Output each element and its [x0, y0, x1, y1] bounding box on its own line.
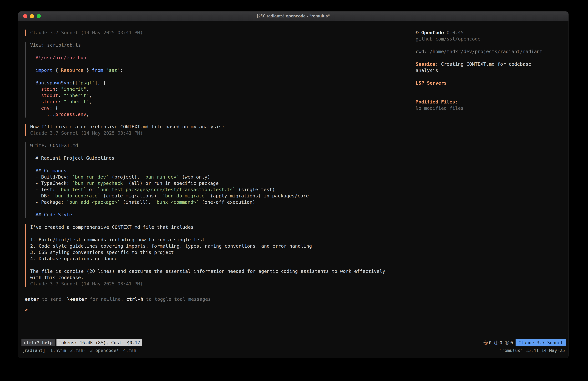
tmux-window-list: [radiant] 1:nvim 2:zsh- 3:opencode* 4:zs…	[22, 348, 136, 353]
lsp-servers-header: LSP Servers	[416, 80, 554, 86]
close-button[interactable]	[23, 14, 27, 18]
editor-divider	[25, 304, 565, 304]
message-text: I've created a comprehensive CONTEXT.md …	[30, 224, 411, 281]
input-hint: enter to send, \+enter for newline, ctrl…	[25, 296, 565, 302]
prompt-symbol: >	[25, 307, 28, 313]
message-block: Now I'll create a comprehensive CONTEXT.…	[25, 124, 411, 136]
titlebar[interactable]: [2/3] radiant:3:opencode - "romulus"	[18, 11, 568, 21]
tmux-window-item[interactable]: 3:opencode*	[90, 348, 119, 353]
tmux-window-item[interactable]: 2:zsh-	[70, 348, 86, 353]
editor-area: enter to send, \+enter for newline, ctrl…	[18, 296, 568, 339]
hint-icon: ⓗ	[505, 340, 509, 346]
app-name: OpenCode	[421, 30, 444, 35]
warning-icon: Ⓦ	[483, 340, 488, 346]
message-block: I've created a comprehensive CONTEXT.md …	[25, 224, 411, 287]
repo-link: github.com/sst/opencode	[416, 36, 554, 42]
opencode-logo-icon: ©	[416, 30, 419, 35]
status-bar: ctrl+? help Tokens: 16.4K (8%), Cost: $0…	[18, 339, 568, 347]
markdown-block: # Radiant Project Guidelines ## Commands…	[30, 155, 411, 218]
cwd-path: /home/thdxr/dev/projects/radiant/radiant	[430, 49, 542, 54]
minimize-button[interactable]	[30, 14, 34, 18]
chat-panel: Claude 3.7 Sonnet (14 May 2025 03:41 PM)…	[25, 29, 416, 296]
message-block: Claude 3.7 Sonnet (14 May 2025 03:41 PM)	[25, 29, 411, 36]
help-badge[interactable]: ctrl+? help	[21, 339, 55, 346]
app-logo: © OpenCode 0.0.45	[416, 29, 554, 36]
warning-count: Ⓦ0	[483, 340, 491, 346]
modified-files-header: Modified Files:	[416, 99, 554, 105]
app-version: 0.0.45	[447, 30, 463, 35]
info-count: ⓘ0	[494, 340, 502, 346]
statusbar-right: Ⓦ0 ⓘ0 ⓗ0 Claude 3.7 Sonnet	[483, 339, 566, 346]
tokens-badge: Tokens: 16.4K (8%), Cost: $0.12	[57, 339, 142, 346]
message-text: Now I'll create a comprehensive CONTEXT.…	[30, 124, 411, 130]
desktop: { "window": { "title": "[2/3] radiant:3:…	[0, 0, 588, 381]
info-icon: ⓘ	[494, 340, 499, 346]
tmux-window-item[interactable]: 4:zsh	[123, 348, 136, 353]
code-block: #!/usr/bin/env bun import { Resource } f…	[30, 55, 411, 117]
model-badge[interactable]: Claude 3.7 Sonnet	[516, 339, 566, 346]
modified-files-empty: No modified files	[416, 105, 554, 112]
traffic-lights	[23, 11, 41, 21]
terminal-window: [2/3] radiant:3:opencode - "romulus" Cla…	[18, 11, 569, 359]
tool-title: View: script/db.ts	[30, 42, 411, 48]
session-label: Session:	[416, 61, 438, 67]
tmux-status-bar: [radiant] 1:nvim 2:zsh- 3:opencode* 4:zs…	[18, 347, 568, 354]
session-line: Session: Creating CONTEXT.md for codebas…	[416, 61, 554, 74]
tmux-session-name: [radiant]	[22, 348, 45, 353]
tmux-host-time: "romulus" 15:41 14-May-25	[499, 348, 565, 353]
terminal-content: Claude 3.7 Sonnet (14 May 2025 03:41 PM)…	[18, 21, 568, 296]
message-header: Claude 3.7 Sonnet (14 May 2025 03:41 PM)	[30, 29, 411, 36]
message-header: Claude 3.7 Sonnet (14 May 2025 03:41 PM)	[30, 281, 411, 287]
cwd-line: cwd: /home/thdxr/dev/projects/radiant/ra…	[416, 48, 554, 55]
window-title: [2/3] radiant:3:opencode - "romulus"	[257, 14, 330, 19]
tool-block-view: View: script/db.ts #!/usr/bin/env bun im…	[25, 42, 411, 117]
zoom-button[interactable]	[37, 14, 41, 18]
cwd-label: cwd:	[416, 49, 430, 54]
tmux-window-item[interactable]: 1:nvim	[50, 348, 66, 353]
sidebar: © OpenCode 0.0.45 github.com/sst/opencod…	[416, 29, 568, 296]
hint-count: ⓗ0	[505, 340, 513, 346]
tool-block-write: Write: CONTEXT.md # Radiant Project Guid…	[25, 142, 411, 218]
prompt-input[interactable]: >	[25, 307, 565, 313]
message-header: Claude 3.7 Sonnet (14 May 2025 03:41 PM)	[30, 130, 411, 136]
tool-title: Write: CONTEXT.md	[30, 142, 411, 149]
